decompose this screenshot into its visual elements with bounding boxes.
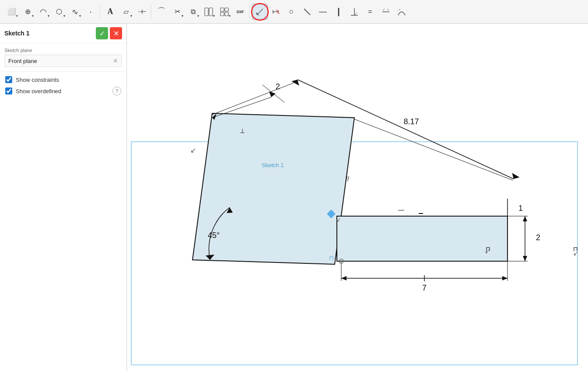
centerline-tool[interactable]: ⊣⊢ xyxy=(134,4,149,19)
toolbar-group-modify: ⌒ ✂ ▾ ⧉ ▾ ▾ ▾ DXF xyxy=(152,4,250,19)
svg-rect-4 xyxy=(220,12,224,16)
horizontal-constraint-tool[interactable]: — xyxy=(315,4,330,19)
fix-marker-tl: ↙ xyxy=(190,147,196,154)
dim-1-text: 1 xyxy=(518,204,523,213)
toolbar-group-constraints: ○ — | = xyxy=(251,4,411,19)
dim-7-arrow1 xyxy=(341,276,346,280)
cancel-button[interactable]: ✕ xyxy=(110,27,122,39)
auto-dimension-tool[interactable] xyxy=(268,4,283,19)
ok-button[interactable]: ✓ xyxy=(96,27,108,39)
equal-constraint-tool[interactable]: = xyxy=(363,4,378,19)
trim-tool[interactable]: ✂ ▾ xyxy=(170,4,185,19)
dim-2b-arrow1 xyxy=(523,216,527,221)
svg-rect-5 xyxy=(225,12,228,16)
arrow-left xyxy=(291,77,301,86)
show-overdefined-checkbox[interactable] xyxy=(5,88,12,94)
constraint-minus1: — xyxy=(398,206,404,213)
dim-2b-text: 2 xyxy=(536,233,540,242)
panel-buttons: ✓ ✕ xyxy=(96,27,122,39)
dim-2b-arrow2 xyxy=(523,256,527,261)
checkbox-section: Show constraints Show overdefined ? xyxy=(0,72,126,103)
mirror-entity-tool[interactable]: ▾ xyxy=(201,4,216,19)
no-solve-tool[interactable] xyxy=(300,4,315,19)
svg-line-20 xyxy=(399,9,400,10)
ext-line-2 xyxy=(354,119,513,180)
svg-rect-1 xyxy=(209,8,213,16)
main-area: Sketch 1 ✓ ✕ Sketch plane Front plane ✕ … xyxy=(0,24,588,371)
ext-line-1 xyxy=(212,81,298,115)
pattern-tool[interactable]: ▾ xyxy=(217,4,232,19)
horizontal-shape xyxy=(337,216,508,261)
sketch-plane-value[interactable]: Front plane ✕ xyxy=(4,55,122,67)
canvas-area[interactable]: Sketch 1 8.17 2 xyxy=(127,24,588,371)
fix-marker-r: ↙ xyxy=(485,248,490,255)
arc-tool[interactable]: ◠ ▾ xyxy=(36,4,51,19)
tangent-constraint-tool[interactable] xyxy=(394,4,409,19)
fix-marker-tr: ↙ xyxy=(336,216,341,223)
constraint-parallel: // xyxy=(346,175,349,182)
svg-rect-2 xyxy=(220,8,224,11)
mirror-tool[interactable]: ▱ ▾ xyxy=(119,4,133,19)
toolbar-group-text: A ▱ ▾ ⊣⊢ xyxy=(101,4,151,19)
dim-2-arrow1 xyxy=(269,91,276,97)
rectangle-select-tool[interactable]: ⬜ ▾ xyxy=(4,4,19,19)
sketch-point-tool[interactable]: ⊕ ▾ xyxy=(20,4,35,19)
constraint-fix-blue: ⊓ xyxy=(329,254,334,261)
dxf-tool[interactable]: DXF xyxy=(233,4,248,19)
smart-dimension-tool[interactable] xyxy=(252,4,267,19)
dim-817-text: 8.17 xyxy=(403,117,419,126)
dim-45-text: 45° xyxy=(208,231,220,240)
show-constraints-row: Show constraints xyxy=(5,76,121,83)
diagonal-shape xyxy=(192,113,354,264)
svg-rect-0 xyxy=(205,8,208,16)
svg-line-19 xyxy=(387,9,389,10)
show-constraints-checkbox[interactable] xyxy=(5,76,12,83)
circle-constraint-tool[interactable]: ○ xyxy=(284,4,299,19)
toolbar: ⬜ ▾ ⊕ ▾ ◠ ▾ ⬡ ▾ ∿ ▾ · A ▱ ▾ xyxy=(0,0,588,24)
svg-rect-3 xyxy=(225,8,228,11)
svg-line-18 xyxy=(383,9,385,10)
fix-marker-rr: ↙ xyxy=(573,250,578,257)
panel-title-bar: Sketch 1 ✓ ✕ xyxy=(0,24,126,43)
polygon-tool[interactable]: ⬡ ▾ xyxy=(52,4,66,19)
sketch-plane-clear-icon[interactable]: ✕ xyxy=(113,57,118,64)
sketch-plane-label: Sketch plane xyxy=(4,48,122,53)
point-tool[interactable]: · xyxy=(83,4,98,19)
show-overdefined-row: Show overdefined ? xyxy=(5,87,121,95)
perpendicular-constraint-tool[interactable] xyxy=(347,4,362,19)
panel-title: Sketch 1 xyxy=(4,30,30,37)
toolbar-group-select: ⬜ ▾ ⊕ ▾ ◠ ▾ ⬡ ▾ ∿ ▾ · xyxy=(3,4,100,19)
vertical-constraint-tool[interactable]: | xyxy=(331,4,346,19)
offset-tool[interactable]: ⧉ ▾ xyxy=(186,4,200,19)
help-icon[interactable]: ? xyxy=(112,87,121,95)
svg-line-16 xyxy=(354,13,357,15)
coincident-constraint-tool[interactable] xyxy=(378,4,393,19)
show-overdefined-label[interactable]: Show overdefined xyxy=(16,88,61,94)
sketch-svg: 8.17 2 45° 7 xyxy=(127,24,588,371)
dim-2-text: 2 xyxy=(276,82,280,91)
text-tool[interactable]: A xyxy=(103,4,118,19)
sketch-plane-section: Sketch plane Front plane ✕ xyxy=(0,43,126,72)
spline-tool[interactable]: ∿ ▾ xyxy=(67,4,82,19)
fillet-tool[interactable]: ⌒ xyxy=(154,4,169,19)
dim-7-text: 7 xyxy=(422,284,427,292)
svg-line-13 xyxy=(304,9,310,15)
left-panel: Sketch 1 ✓ ✕ Sketch plane Front plane ✕ … xyxy=(0,24,127,371)
show-constraints-label[interactable]: Show constraints xyxy=(16,77,59,83)
constraint-perp1: ⊥ xyxy=(240,127,245,134)
dim-7-arrow2 xyxy=(502,276,508,280)
